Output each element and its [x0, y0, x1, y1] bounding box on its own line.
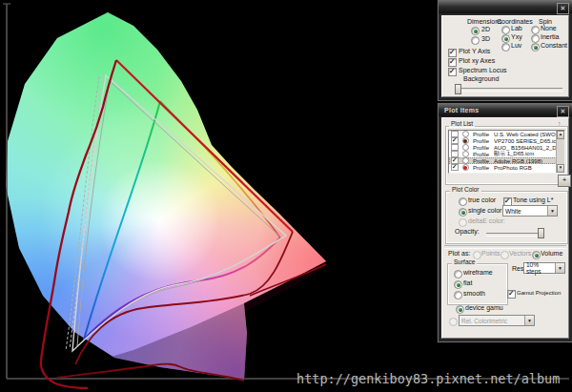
radio-luv-label: Luv — [511, 42, 521, 49]
radio-smooth[interactable] — [454, 291, 462, 299]
plot-y-axis-label: Plot Y Axis — [459, 48, 490, 54]
background-slider-track[interactable] — [458, 88, 562, 92]
res-value: 10% steps — [526, 261, 555, 275]
checkbox-spectrum-locus[interactable] — [448, 68, 457, 76]
res-select[interactable]: 10% steps ▼ — [523, 262, 565, 274]
plot-items-body: Plot List ↑ Profile U.S. Web Coated (SWO… — [441, 117, 569, 339]
surface-label: Surface — [452, 258, 477, 265]
radio-spin-inertia[interactable] — [531, 34, 540, 43]
radio-single-color[interactable] — [459, 208, 467, 217]
radio-wireframe[interactable] — [454, 270, 462, 279]
locus-purple-line — [250, 264, 326, 296]
plot-items-title: Plot Items — [439, 107, 479, 113]
view-options-body: Dimensions 2D 3D Coordinates Lab Yxy Luv… — [441, 15, 569, 97]
item-type: Profile — [473, 152, 494, 157]
item-type: Profile — [473, 165, 494, 171]
plot-items-window: Plot Items ✕ Plot List ↑ Profile U.S. We… — [438, 103, 572, 342]
item-name: Adobe RGB (1998) — [494, 158, 564, 164]
rendering-intent-value: Rel. Colorimetric — [461, 318, 507, 324]
plot-color-label: Plot Color — [450, 186, 481, 193]
radio-spin-inertia-label: Inertia — [541, 33, 559, 40]
radio-device-gamut[interactable] — [456, 305, 464, 314]
spectrum-locus-label: Spectrum Locus — [459, 67, 507, 73]
list-item-selected[interactable]: Profile Adobe RGB (1998) — [449, 157, 564, 164]
radio-3d[interactable] — [471, 36, 480, 45]
plot-items-titlebar[interactable]: Plot Items ✕ — [439, 104, 572, 116]
gamut-edge-shade — [244, 261, 326, 311]
list-scrollbar[interactable]: ▲ ▼ — [556, 131, 564, 173]
vectors-label: Vectors — [509, 250, 531, 257]
item-checkbox[interactable] — [451, 164, 459, 172]
list-item[interactable]: Profile U.S. Web Coated (SWO... — [449, 131, 564, 137]
wireframe-label: wireframe — [463, 269, 493, 276]
chevron-down-icon[interactable]: ▼ — [555, 263, 564, 273]
app-window: ✕ Dimensions 2D 3D Coordinates Lab Yxy L… — [0, 0, 572, 392]
smooth-label: smooth — [463, 290, 485, 297]
item-type: Profile — [473, 145, 494, 151]
tone-using-l-label: Tone using L* — [513, 196, 553, 203]
coordinates-label: Coordinates — [497, 18, 533, 25]
close-icon[interactable]: ✕ — [557, 106, 569, 117]
scroll-up-icon[interactable]: ▲ — [557, 131, 564, 139]
radio-2d[interactable] — [471, 27, 480, 35]
radio-spin-constant-label: Constant — [541, 42, 567, 49]
radio-volume[interactable] — [532, 251, 541, 259]
view-options-window: ✕ Dimensions 2D 3D Coordinates Lab Yxy L… — [438, 0, 572, 101]
gamut-underside-shade — [76, 303, 247, 380]
radio-flat[interactable] — [454, 280, 462, 289]
flat-label: flat — [463, 279, 472, 286]
volume-label: Volume — [541, 250, 562, 257]
radio-2d-label: 2D — [481, 26, 490, 32]
radio-yxy[interactable] — [501, 34, 510, 43]
radio-3d-label: 3D — [481, 35, 490, 42]
single-color-select[interactable]: White ▼ — [502, 205, 558, 217]
radio-rendering-intent[interactable] — [449, 318, 458, 326]
radio-luv[interactable] — [501, 43, 510, 52]
scroll-down-icon[interactable]: ▼ — [557, 164, 564, 173]
item-color-radio[interactable] — [462, 164, 470, 172]
sort-up-icon[interactable]: ↑ — [558, 120, 562, 127]
radio-vectors[interactable] — [500, 251, 509, 259]
item-name: ProPhoto RGB — [494, 165, 564, 171]
gamut-projection-label: Gamut Projection — [517, 290, 561, 296]
vp2700-bottom-edge — [84, 237, 280, 340]
opacity-slider-thumb[interactable] — [538, 228, 544, 238]
radio-lab[interactable] — [501, 26, 510, 34]
rendering-intent-select[interactable]: Rel. Colorimetric ▼ — [459, 315, 535, 326]
spin-label: Spin — [539, 18, 552, 25]
deltae-color-label: deltaE color: — [468, 217, 505, 224]
opacity-slider-track[interactable] — [486, 233, 543, 237]
divider — [444, 245, 566, 249]
item-type: Profile — [473, 138, 494, 144]
adobe-rgb-projection-dashed-1 — [70, 74, 103, 349]
plot-as-label: Plot as: — [448, 250, 470, 257]
background-slider-thumb[interactable] — [455, 84, 461, 94]
radio-yxy-label: Yxy — [511, 33, 522, 40]
checkbox-plot-y-axis[interactable] — [448, 49, 457, 57]
plot-list-label: Plot List — [449, 120, 475, 127]
vp2700-left-edge — [84, 101, 160, 340]
add-profile-button[interactable]: + — [558, 175, 571, 187]
radio-deltae-color[interactable] — [459, 218, 467, 227]
radio-lab-label: Lab — [511, 25, 522, 31]
device-gamut-label: device gamu — [465, 304, 503, 311]
list-item[interactable]: Profile VP2700 SERIES_D65.icm — [449, 137, 564, 144]
radio-true-color[interactable] — [459, 197, 467, 206]
close-icon[interactable]: ✕ — [557, 3, 569, 14]
item-name: VP2700 SERIES_D65.icm — [494, 138, 564, 144]
checkbox-plot-xy-axes[interactable] — [448, 58, 457, 67]
adobe-rgb-projection-dashed-2 — [66, 76, 99, 351]
radio-spin-none-label: None — [541, 25, 557, 31]
list-item[interactable]: Profile ProPhoto RGB — [449, 164, 564, 171]
view-options-titlebar[interactable]: ✕ — [439, 1, 572, 13]
profile-list[interactable]: Profile U.S. Web Coated (SWO... Profile … — [448, 130, 565, 174]
background-label: Background — [463, 75, 499, 82]
item-name: U.S. Web Coated (SWO... — [494, 132, 564, 137]
points-label: Points — [481, 250, 500, 257]
chevron-down-icon[interactable]: ▼ — [547, 206, 557, 216]
list-item[interactable]: Profile 顯示 1_D65.icm — [449, 151, 564, 157]
chevron-down-icon[interactable]: ▼ — [524, 316, 534, 325]
radio-spin-none[interactable] — [531, 26, 540, 34]
checkbox-gamut-projection[interactable] — [507, 290, 516, 299]
radio-spin-constant[interactable] — [531, 43, 540, 52]
